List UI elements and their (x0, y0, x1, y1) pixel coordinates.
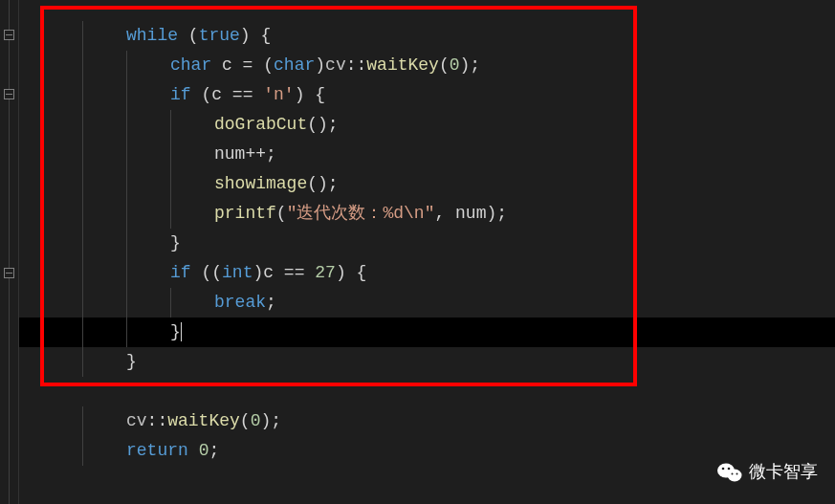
code-token: (); (307, 115, 338, 134)
fold-marker[interactable] (4, 268, 14, 278)
code-token: char (170, 55, 211, 75)
code-line[interactable]: if ((int)c == 27) { (29, 258, 366, 288)
code-line[interactable]: break; (29, 288, 276, 318)
code-line[interactable]: } (29, 229, 181, 258)
code-token: printf (214, 204, 276, 223)
code-token: ) (240, 26, 251, 45)
code-token: 0 (199, 441, 209, 460)
code-token: ; (271, 411, 281, 430)
fold-guide-line (9, 0, 10, 504)
code-token (191, 263, 202, 282)
code-token: { (251, 26, 272, 45)
svg-point-4 (732, 472, 734, 474)
code-token: ( (240, 411, 251, 430)
code-token: showimage (214, 174, 307, 193)
code-token: if (170, 263, 191, 282)
fold-marker[interactable] (4, 89, 14, 99)
code-line[interactable] (29, 377, 38, 406)
code-token: 'n' (263, 85, 294, 104)
code-token: c = (211, 55, 263, 75)
code-token: char (274, 55, 315, 75)
code-line[interactable]: cv::waitKey(0); (29, 406, 281, 436)
watermark-text: 微卡智享 (749, 457, 818, 487)
code-token: waitKey (366, 55, 439, 75)
code-token (188, 441, 199, 460)
fold-marker[interactable] (4, 30, 14, 40)
code-token: ) (315, 55, 325, 75)
code-token: true (199, 26, 240, 45)
code-editor[interactable]: while (true) {char c = (char)cv::waitKey… (0, 0, 835, 504)
code-token: ( (276, 204, 287, 223)
code-token: (( (201, 263, 222, 282)
code-line[interactable]: while (true) { (29, 21, 271, 51)
wechat-icon (716, 461, 743, 484)
code-token: "迭代次数：%d\n" (287, 204, 435, 223)
code-token: } (170, 233, 181, 252)
code-token: ( (188, 26, 199, 45)
code-token: waitKey (167, 411, 240, 430)
code-token: ; (266, 293, 276, 312)
fold-gutter (0, 0, 19, 504)
code-line[interactable]: char c = (char)cv::waitKey(0); (29, 51, 480, 80)
code-token: } (126, 352, 137, 371)
code-token: c == (211, 85, 263, 104)
code-token: ) (460, 55, 471, 75)
code-token: , num (434, 204, 486, 223)
code-token: ( (439, 55, 450, 75)
code-token: int (222, 263, 253, 282)
svg-point-3 (728, 467, 731, 470)
code-line[interactable]: showimage(); (29, 169, 339, 199)
code-token: { (346, 263, 367, 282)
code-token: ( (263, 55, 274, 75)
code-token: ) (486, 204, 496, 223)
svg-point-2 (722, 467, 725, 470)
svg-point-5 (736, 472, 738, 474)
code-token: ) (295, 85, 305, 104)
code-token: 27 (315, 263, 336, 282)
code-line[interactable]: num++; (29, 140, 276, 169)
code-token: break (214, 293, 266, 312)
code-token: doGrabCut (214, 115, 307, 134)
svg-point-1 (728, 469, 742, 481)
code-token: } (170, 322, 181, 341)
code-token: if (170, 85, 191, 104)
code-line[interactable]: printf("迭代次数：%d\n", num); (29, 199, 507, 229)
code-token: :: (346, 55, 367, 75)
code-token: ; (470, 55, 480, 75)
code-token: num++; (214, 144, 276, 164)
code-token: { (304, 85, 325, 104)
code-token: while (126, 26, 178, 45)
code-line[interactable]: return 0; (29, 436, 219, 466)
code-token: ; (496, 204, 507, 223)
code-line[interactable]: doGrabCut(); (29, 110, 339, 140)
code-line[interactable]: } (29, 347, 137, 377)
watermark: 微卡智享 (716, 457, 818, 487)
code-token (191, 85, 202, 104)
code-area[interactable]: while (true) {char c = (char)cv::waitKey… (19, 0, 835, 504)
code-token: 0 (251, 411, 261, 430)
text-cursor (181, 322, 182, 341)
code-token: ; (209, 441, 219, 460)
code-token (178, 26, 188, 45)
code-token: (); (307, 174, 338, 193)
code-token: ) (260, 411, 271, 430)
code-token: ( (201, 85, 211, 104)
code-token: :: (147, 411, 168, 430)
code-token: ) (336, 263, 346, 282)
code-token: c == (263, 263, 315, 282)
code-token: 0 (450, 55, 460, 75)
code-token: ) (253, 263, 263, 282)
code-line[interactable]: if (c == 'n') { (29, 80, 325, 110)
code-token: return (126, 441, 188, 460)
code-token: cv (325, 55, 346, 75)
code-token: cv (126, 411, 147, 430)
code-line[interactable]: } (29, 318, 182, 347)
